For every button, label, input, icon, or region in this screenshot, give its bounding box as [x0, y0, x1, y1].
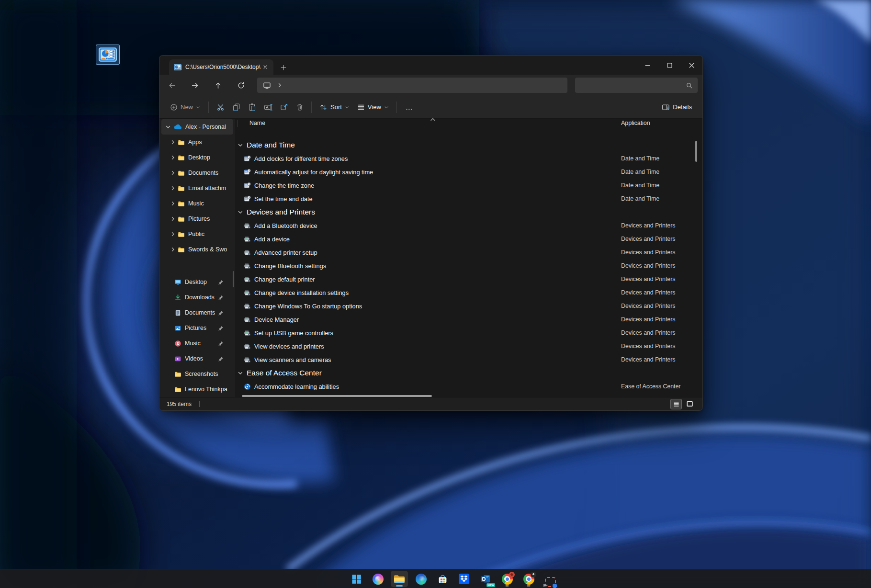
file-application: Devices and Printers [621, 262, 675, 269]
group-header-devices-and-printers[interactable]: Devices and Printers [235, 205, 702, 219]
sidebar-item-videos[interactable]: Videos [161, 351, 233, 366]
forward-icon[interactable] [187, 78, 203, 93]
details-view-toggle[interactable] [670, 399, 682, 409]
file-row[interactable]: Add a Bluetooth deviceDevices and Printe… [235, 219, 702, 232]
sidebar-item-email-attachm[interactable]: Email attachm [161, 181, 233, 196]
file-row[interactable]: Change the time zoneDate and Time [235, 179, 702, 192]
file-application: Ease of Access Center [621, 383, 680, 390]
sidebar-item-pictures[interactable]: Pictures [161, 211, 233, 226]
file-row[interactable]: Accommodate learning abilitiesEase of Ac… [235, 380, 702, 393]
start-button[interactable] [348, 571, 365, 587]
outlook-icon[interactable]: NEW [477, 571, 494, 587]
up-icon[interactable] [210, 78, 226, 93]
items-count: 195 items [167, 401, 192, 407]
new-tab-icon[interactable] [278, 62, 289, 73]
date-time-icon [244, 155, 251, 162]
share-button[interactable] [276, 99, 292, 115]
delete-button[interactable] [292, 99, 307, 115]
file-application: Devices and Printers [621, 303, 675, 309]
file-name: Set the time and date [254, 195, 313, 203]
file-row[interactable]: Automatically adjust for daylight saving… [235, 165, 702, 179]
thumbnail-view-toggle[interactable] [684, 399, 695, 409]
address-input[interactable] [257, 78, 567, 93]
close-button[interactable] [680, 56, 702, 75]
sidebar-item-public[interactable]: Public [161, 226, 233, 242]
column-header-name[interactable]: Name [249, 120, 265, 126]
breadcrumb-chevron-icon [277, 82, 283, 88]
file-row[interactable]: Change Bluetooth settingsDevices and Pri… [235, 259, 702, 272]
sidebar-item-lenovo-thinkpa[interactable]: Lenovo Thinkpa [161, 382, 233, 397]
paste-button[interactable] [244, 99, 260, 115]
pin-icon [218, 341, 224, 346]
file-application: Date and Time [621, 155, 659, 162]
new-button[interactable]: New [166, 99, 204, 115]
maximize-button[interactable] [658, 56, 680, 75]
ease-icon [244, 383, 251, 390]
see-more-button[interactable]: … [401, 99, 418, 115]
sidebar-item-swords-swo[interactable]: Swords & Swo [161, 242, 233, 257]
sort-button[interactable]: Sort [316, 99, 353, 115]
devices-icon [244, 316, 251, 323]
sidebar-item-documents[interactable]: Documents [161, 165, 233, 181]
file-row[interactable]: Change device installation settingsDevic… [235, 286, 702, 299]
group-header-ease-of-access-center[interactable]: Ease of Access Center [235, 366, 702, 380]
file-application: Devices and Printers [621, 343, 675, 350]
screen-clip-icon[interactable] [542, 571, 559, 587]
edge-icon[interactable] [412, 571, 430, 587]
cut-button[interactable] [213, 99, 228, 115]
control-panel-icon [174, 64, 181, 70]
vertical-scrollbar[interactable] [695, 141, 697, 162]
sidebar-item-desktop[interactable]: Desktop [161, 274, 233, 290]
sidebar-item-desktop[interactable]: Desktop [161, 150, 233, 165]
sidebar-item-screenshots[interactable]: Screenshots [161, 366, 233, 382]
refresh-icon[interactable] [233, 78, 249, 93]
column-headers: Name Application [235, 119, 702, 127]
group-label: Date and Time [247, 141, 295, 149]
sidebar-item-label: Alex - Personal [185, 124, 226, 130]
sidebar-item-label: Lenovo Thinkpa [185, 386, 227, 393]
dropbox-icon[interactable] [455, 571, 473, 587]
view-button[interactable]: View [353, 99, 393, 115]
chrome-profile-2-icon[interactable] [520, 571, 537, 587]
sidebar-scrollbar[interactable] [233, 271, 234, 287]
file-row[interactable]: View devices and printersDevices and Pri… [235, 339, 702, 353]
god-mode-desktop-icon[interactable] [96, 45, 120, 65]
sidebar-item-pictures[interactable]: Pictures [161, 320, 233, 336]
chrome-profile-1-icon[interactable] [498, 571, 516, 587]
copy-button[interactable] [228, 99, 244, 115]
copilot-icon[interactable] [369, 571, 386, 587]
file-row[interactable]: Set the time and dateDate and Time [235, 192, 702, 205]
control-panel-icon [99, 47, 117, 62]
file-row[interactable]: Change Windows To Go startup optionsDevi… [235, 299, 702, 313]
column-header-application[interactable]: Application [621, 120, 650, 126]
navigation-pane: Alex - PersonalAppsDesktopDocumentsEmail… [159, 119, 235, 398]
file-row[interactable]: Device ManagerDevices and Printers [235, 313, 702, 326]
file-row[interactable]: Add a deviceDevices and Printers [235, 232, 702, 246]
minimize-button[interactable] [636, 56, 658, 75]
file-explorer-icon[interactable] [391, 571, 408, 587]
search-input[interactable] [575, 78, 698, 93]
file-row[interactable]: Set up USB game controllersDevices and P… [235, 326, 702, 339]
file-row[interactable]: Manage Windows CredentialsCredential Man… [235, 127, 702, 130]
sidebar-item-apps[interactable]: Apps [161, 135, 233, 150]
file-row[interactable]: Add clocks for different time zonesDate … [235, 152, 702, 165]
back-icon[interactable] [164, 78, 180, 93]
column-separator[interactable] [616, 120, 616, 127]
sidebar-item-documents[interactable]: Documents [161, 305, 233, 320]
sidebar-item-downloads[interactable]: Downloads [161, 290, 233, 305]
rename-button[interactable] [260, 99, 276, 115]
file-row[interactable]: Advanced printer setupDevices and Printe… [235, 246, 702, 259]
group-header-date-and-time[interactable]: Date and Time [235, 138, 702, 152]
sidebar-item-alex-personal[interactable]: Alex - Personal [161, 119, 233, 135]
details-pane-button[interactable]: Details [658, 99, 696, 115]
sidebar-item-music[interactable]: Music [161, 196, 233, 211]
sidebar-item-label: Documents [185, 309, 215, 316]
folder-icon [178, 246, 185, 253]
sidebar-item-music[interactable]: Music [161, 336, 233, 351]
file-row[interactable]: Change default printerDevices and Printe… [235, 272, 702, 286]
microsoft-store-icon[interactable] [434, 571, 451, 587]
chrome-badge-icon [509, 572, 515, 577]
file-row[interactable]: View scanners and camerasDevices and Pri… [235, 353, 702, 366]
tab-close-icon[interactable] [261, 63, 270, 71]
explorer-tab[interactable]: C:\Users\Orion5000\Desktop\ [169, 59, 273, 75]
